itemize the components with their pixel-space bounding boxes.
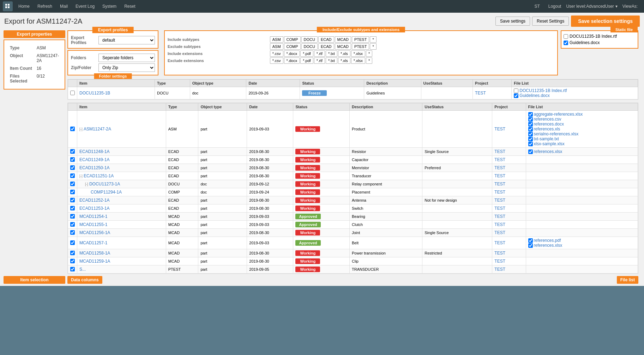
reset-settings-button[interactable]: Reset Settings	[532, 17, 569, 26]
table-row: ECAD11248-1A ECAD part 2019-08-30 Workin…	[68, 148, 638, 156]
row-checkbox-cell[interactable]	[68, 237, 77, 249]
save-settings-button[interactable]: Save settings	[495, 17, 530, 26]
tag-button[interactable]: DOCU	[301, 36, 318, 43]
type-value: ASM	[35, 44, 60, 51]
tag-button[interactable]: *.xlsx	[351, 50, 365, 57]
nav-refresh[interactable]: Refresh	[34, 2, 56, 10]
tag-button[interactable]: PTEST	[352, 36, 369, 43]
tag-button[interactable]: *.docx	[284, 50, 300, 57]
static-file-item[interactable]: Guidelines.docx	[564, 39, 636, 46]
file-list-bottom-label[interactable]: File list	[617, 276, 638, 284]
static-file-item[interactable]: DOCU11235-1B Index.rtf	[564, 33, 636, 39]
grid-icon[interactable]	[3, 1, 13, 11]
row-checkbox-cell[interactable]	[68, 257, 77, 265]
usestatus-cell: Restricted	[422, 249, 492, 257]
tag-button[interactable]: DOCU	[301, 43, 318, 50]
project-cell: TEST	[492, 196, 526, 204]
bottom-bar: Data columns File list	[67, 276, 638, 284]
project-cell: TEST	[492, 257, 526, 265]
tag-button[interactable]: PTEST	[352, 43, 369, 50]
tag-button[interactable]: *.csv	[270, 57, 283, 64]
tag-button[interactable]: *	[366, 57, 372, 64]
tag-button[interactable]: *	[370, 43, 376, 50]
row-checkbox-cell[interactable]	[68, 229, 77, 237]
row-checkbox-cell[interactable]	[68, 148, 77, 156]
project-cell: TEST	[492, 164, 526, 172]
tag-button[interactable]: ASM	[270, 43, 283, 50]
description-cell: Resistor	[350, 148, 422, 156]
row-checkbox-cell[interactable]	[68, 221, 77, 229]
folders-select[interactable]: Seperate folders	[98, 54, 155, 62]
col-header: Item	[77, 80, 155, 87]
tag-button[interactable]: *.rtf	[314, 50, 325, 57]
nav-system[interactable]: System	[99, 2, 120, 10]
zip-folder-select[interactable]: Only Zip	[98, 63, 155, 72]
row-checkbox-cell[interactable]	[68, 156, 77, 164]
nav-home[interactable]: Home	[15, 2, 33, 10]
export-profiles-select[interactable]: default	[98, 36, 155, 44]
objecttype-cell: part	[198, 196, 247, 204]
row-checkbox-cell[interactable]	[68, 249, 77, 257]
top-navigation: Home Refresh Mail Event Log System Reset…	[0, 0, 644, 13]
col-header: File List	[512, 80, 638, 87]
row-checkbox-cell[interactable]	[68, 265, 77, 274]
tag-button[interactable]: MCAD	[335, 43, 351, 50]
tag-button[interactable]: *.xls	[338, 50, 350, 57]
row-checkbox-cell[interactable]	[68, 188, 77, 196]
tag-button[interactable]: *.csv	[270, 50, 283, 57]
type-cell: MCAD	[166, 249, 198, 257]
item-selection-label[interactable]: Item selection	[4, 276, 65, 284]
tag-button[interactable]: *	[366, 50, 372, 57]
nav-viewas[interactable]: ViewAs:	[619, 2, 641, 10]
tag-button[interactable]: *.txt	[326, 57, 337, 64]
tag-button[interactable]: ECAD	[318, 36, 334, 43]
col-header: Description	[364, 80, 421, 87]
project-cell: TEST	[492, 156, 526, 164]
save-selection-button[interactable]: Save selection settings	[571, 16, 640, 27]
tag-button[interactable]: *.rtf	[314, 57, 325, 64]
row-checkbox-cell[interactable]	[68, 87, 77, 99]
tag-button[interactable]: ASM	[270, 36, 283, 43]
item-cell: [-] ASM11247-2A	[77, 111, 166, 148]
status-cell: Working	[293, 229, 350, 237]
tag-button[interactable]: MCAD	[335, 36, 351, 43]
row-checkbox-cell[interactable]	[68, 172, 77, 180]
col-header: Project	[492, 103, 526, 111]
tag-button[interactable]: COMP	[284, 43, 301, 50]
row-checkbox-cell[interactable]	[68, 180, 77, 188]
nav-reset[interactable]: Reset	[121, 2, 139, 10]
nav-st: ST	[531, 2, 543, 10]
tag-button[interactable]: *.docx	[284, 57, 300, 64]
files-selected-value: 0/12	[35, 73, 60, 85]
item-cell: MCAD11255-1	[77, 221, 166, 229]
subtypes-title: Include/Exclude subtypes and extensions	[317, 27, 405, 32]
row-checkbox-cell[interactable]	[68, 213, 77, 221]
filelist-cell	[526, 221, 638, 229]
nav-mail[interactable]: Mail	[56, 2, 71, 10]
tree-toggle[interactable]: [-]	[79, 174, 83, 178]
status-cell: Working	[293, 265, 350, 274]
row-checkbox-cell[interactable]	[68, 196, 77, 204]
type-cell: DOCU	[155, 87, 190, 99]
tag-button[interactable]: *.xlsx	[351, 57, 365, 64]
tag-button[interactable]: COMP	[284, 36, 301, 43]
tag-button[interactable]: *	[370, 36, 376, 43]
item-cell: DOCU11235-1B	[77, 87, 155, 99]
nav-logout[interactable]: Logout	[545, 2, 565, 10]
tag-button[interactable]: *.txt	[326, 50, 337, 57]
tree-toggle[interactable]: [-]	[79, 127, 83, 131]
item-cell: [-] ECAD11251-1A	[77, 172, 166, 180]
date-cell: 2019-09-26	[246, 87, 300, 99]
row-checkbox-cell[interactable]	[68, 164, 77, 172]
tag-button[interactable]: *.pdf	[300, 50, 313, 57]
nav-event-log[interactable]: Event Log	[72, 2, 98, 10]
tag-button[interactable]: *.xls	[338, 57, 350, 64]
project-cell: TEST	[492, 221, 526, 229]
tree-toggle[interactable]: [-]	[85, 182, 88, 186]
tag-button[interactable]: ECAD	[318, 43, 334, 50]
tag-button[interactable]: *.pdf	[300, 57, 313, 64]
row-checkbox-cell[interactable]	[68, 111, 77, 148]
project-cell: TEST	[492, 249, 526, 257]
row-checkbox-cell[interactable]	[68, 204, 77, 213]
data-columns-label[interactable]: Data columns	[67, 276, 102, 284]
